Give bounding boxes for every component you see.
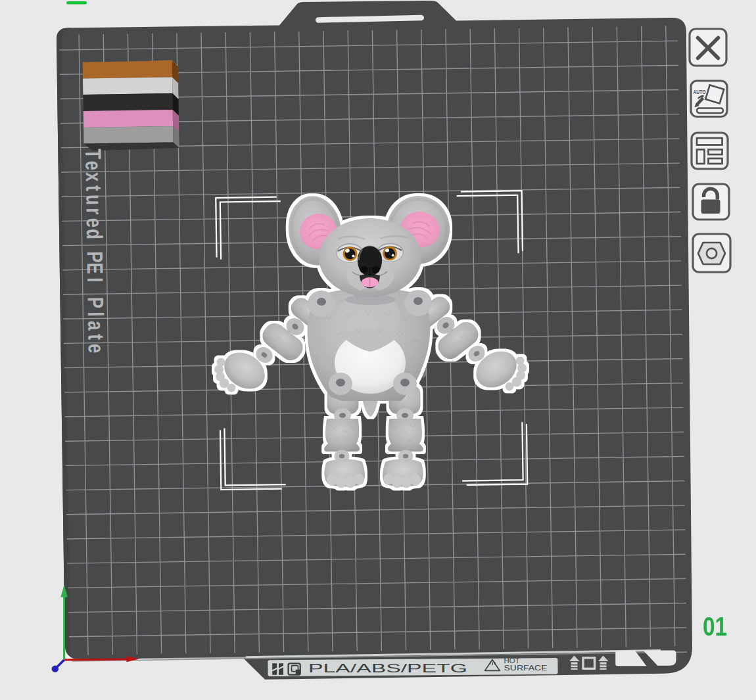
svg-text:e: e [82, 218, 106, 227]
svg-text:AUTO: AUTO [694, 89, 706, 95]
svg-text:a: a [83, 321, 108, 331]
svg-text:e: e [82, 160, 106, 170]
svg-text:t: t [84, 334, 108, 340]
svg-text:P: P [83, 297, 108, 309]
svg-text:SURFACE: SURFACE [504, 664, 548, 672]
svg-text:d: d [82, 229, 106, 239]
svg-text:01: 01 [703, 611, 727, 642]
svg-text:e: e [84, 344, 108, 354]
svg-text:u: u [82, 195, 106, 205]
svg-text:T: T [81, 149, 105, 160]
svg-text:l: l [83, 312, 108, 317]
svg-text:P: P [83, 251, 107, 263]
svg-text:I: I [83, 277, 107, 283]
svg-text:t: t [82, 185, 106, 191]
svg-text:E: E [83, 262, 107, 274]
svg-text:r: r [82, 208, 106, 215]
svg-text:x: x [82, 172, 106, 182]
svg-text:PLA/ABS/PETG: PLA/ABS/PETG [308, 662, 467, 675]
